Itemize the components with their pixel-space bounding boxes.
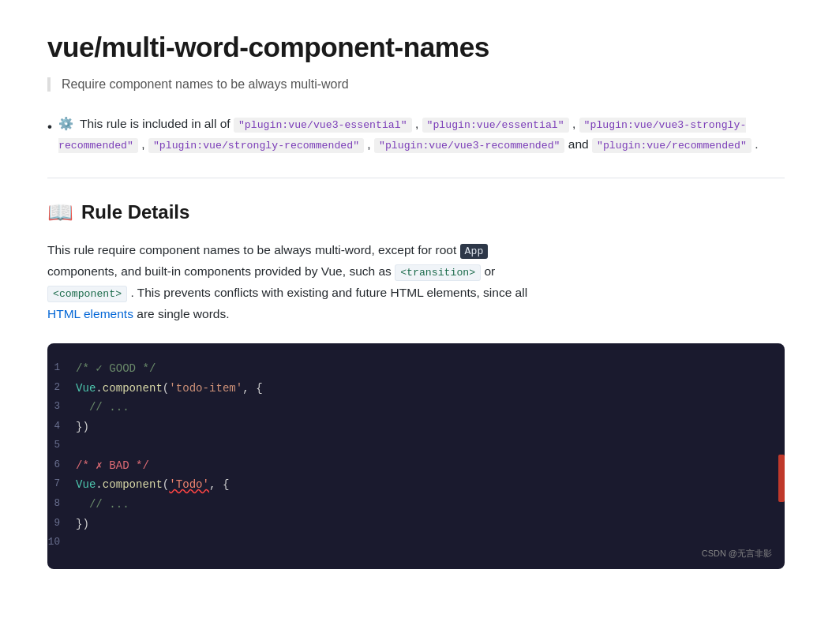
subtitle-bar: Require component names to be always mul… — [47, 77, 785, 92]
line-number: 7 — [47, 476, 76, 492]
plugin-tag-5: "plugin:vue/vue3-recommended" — [374, 138, 565, 153]
line-content: Vue.component('Todo', { — [76, 476, 769, 494]
code-token: . — [96, 478, 102, 491]
line-number: 6 — [47, 457, 76, 473]
code-line: 2Vue.component('todo-item', { — [47, 379, 785, 399]
code-token: // ... — [76, 498, 129, 511]
html-elements-link[interactable]: HTML elements — [47, 307, 133, 320]
line-content: /* ✓ GOOD */ — [76, 360, 769, 378]
line-number: 4 — [47, 418, 76, 434]
bullet-intro-text: This rule is included in all of — [80, 117, 230, 130]
line-content: }) — [76, 515, 769, 534]
line-content: // ... — [76, 399, 769, 417]
plugin-tag-1: "plugin:vue/vue3-essential" — [234, 118, 412, 133]
desc-part3: . This prevents conflicts with existing … — [130, 286, 527, 299]
line-number: 1 — [47, 360, 76, 376]
gear-icon: ⚙️ — [58, 114, 73, 134]
line-content: /* ✗ BAD */ — [76, 457, 769, 475]
app-tag: App — [460, 244, 489, 259]
line-content — [76, 437, 769, 455]
line-number: 2 — [47, 380, 76, 395]
plugin-tag-2: "plugin:vue/essential" — [422, 118, 569, 133]
code-block-inner: 1/* ✓ GOOD */2Vue.component('todo-item',… — [47, 343, 785, 568]
component-tag: <component> — [47, 286, 127, 302]
desc-part2: components, and built-in components prov… — [47, 264, 392, 278]
code-token: /* ✓ GOOD */ — [76, 362, 156, 375]
code-token: Vue — [76, 382, 96, 395]
code-token: . — [96, 382, 102, 395]
code-token: , { — [242, 382, 262, 395]
line-number: 10 — [47, 534, 76, 550]
line-content: }) — [76, 418, 769, 436]
bullet-dot: • — [47, 115, 52, 138]
line-number: 3 — [47, 399, 76, 414]
code-token: }) — [76, 518, 89, 530]
code-line: 10 — [47, 534, 785, 553]
line-content: Vue.component('todo-item', { — [76, 380, 769, 398]
code-line: 3 // ... — [47, 398, 785, 417]
code-line: 9}) — [47, 515, 785, 534]
code-block: 1/* ✓ GOOD */2Vue.component('todo-item',… — [47, 343, 785, 568]
divider — [47, 178, 785, 178]
code-token: }) — [76, 421, 89, 433]
bullet-item: • ⚙️ This rule is included in all of "pl… — [47, 114, 785, 155]
subtitle-text: Require component names to be always mul… — [62, 77, 349, 91]
line-number: 5 — [47, 437, 76, 453]
or-word: or — [484, 264, 495, 278]
code-token: , { — [209, 478, 229, 491]
code-token: 'Todo' — [169, 478, 209, 491]
watermark: CSDN @无言非影 — [702, 548, 772, 560]
code-token: Vue — [76, 478, 96, 491]
and-text: and — [568, 137, 592, 151]
page-title: vue/multi-word-component-names — [47, 32, 785, 63]
line-content — [76, 534, 769, 552]
line-number: 9 — [47, 515, 76, 531]
code-token: component — [103, 478, 163, 491]
code-line: 1/* ✓ GOOD */ — [47, 359, 785, 379]
code-line: 4}) — [47, 417, 785, 437]
book-icon: 📖 — [47, 200, 73, 225]
code-line: 8 // ... — [47, 495, 785, 515]
code-line: 5 — [47, 436, 785, 456]
rule-description: This rule require component names to be … — [47, 239, 785, 325]
scrollbar-indicator[interactable] — [778, 455, 785, 502]
code-token: // ... — [76, 401, 129, 414]
plugin-tag-6: "plugin:vue/recommended" — [592, 138, 751, 153]
code-token: component — [103, 382, 163, 395]
desc-part1: This rule require component names to be … — [47, 243, 456, 256]
bullet-section: • ⚙️ This rule is included in all of "pl… — [47, 114, 785, 155]
rule-details-heading: 📖 Rule Details — [47, 200, 785, 225]
transition-tag: <transition> — [395, 264, 481, 281]
line-number: 8 — [47, 496, 76, 511]
rule-details-label: Rule Details — [81, 201, 189, 223]
line-content: // ... — [76, 496, 769, 514]
plugin-tag-4: "plugin:vue/strongly-recommended" — [148, 138, 364, 153]
code-token: /* ✗ BAD */ — [76, 459, 149, 472]
desc-part4: are single words. — [137, 307, 229, 320]
code-line: 6/* ✗ BAD */ — [47, 456, 785, 476]
code-line: 7Vue.component('Todo', { — [47, 475, 785, 495]
code-token: 'todo-item' — [169, 382, 242, 395]
bullet-text: ⚙️ This rule is included in all of "plug… — [58, 114, 785, 155]
